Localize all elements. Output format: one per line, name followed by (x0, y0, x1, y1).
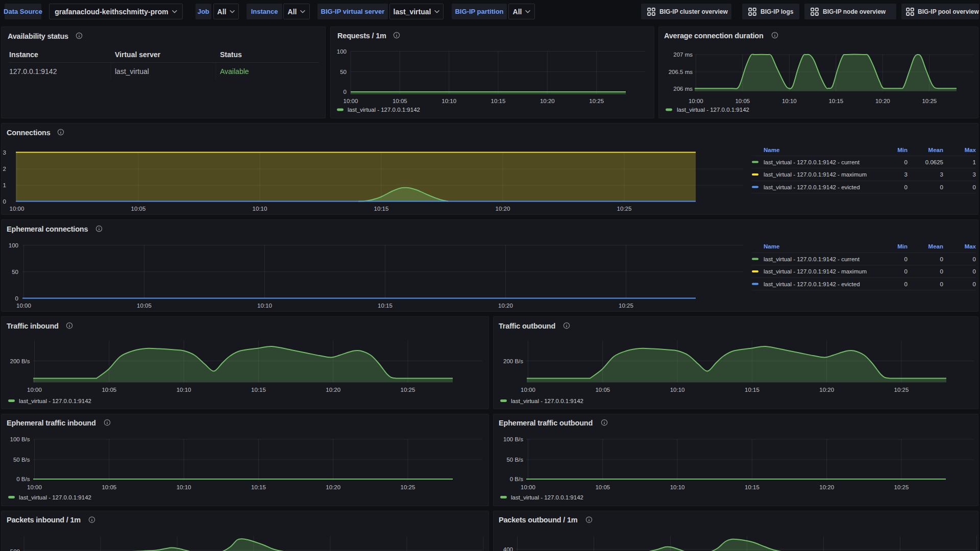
svg-text:10:10: 10:10 (177, 484, 191, 490)
svg-text:Name: Name (764, 147, 779, 153)
svg-text:50: 50 (340, 69, 347, 75)
svg-text:3: 3 (904, 171, 908, 178)
svg-text:last_virtual - 127.0.0.1:9142: last_virtual - 127.0.0.1:9142 - evicted (764, 184, 860, 190)
svg-text:10:25: 10:25 (401, 484, 415, 490)
svg-text:500: 500 (10, 548, 20, 551)
svg-text:0: 0 (904, 256, 908, 262)
svg-text:10:05: 10:05 (131, 206, 146, 212)
svg-text:0: 0 (973, 281, 976, 287)
svg-text:last_virtual - 127.0.0.1:9142: last_virtual - 127.0.0.1:9142 - current (764, 256, 860, 262)
svg-text:last_virtual - 127.0.0.1:9142: last_virtual - 127.0.0.1:9142 - maximum (764, 171, 867, 178)
svg-text:0: 0 (904, 268, 908, 274)
svg-text:Average connection duration: Average connection duration (664, 32, 764, 40)
svg-text:10:15: 10:15 (745, 484, 760, 490)
svg-text:127.0.0.1:9142: 127.0.0.1:9142 (9, 67, 57, 76)
svg-text:10:15: 10:15 (745, 387, 760, 393)
svg-text:10:00: 10:00 (27, 387, 42, 393)
svg-text:Traffic inbound: Traffic inbound (7, 322, 59, 330)
svg-text:10:15: 10:15 (251, 387, 266, 393)
svg-text:10:15: 10:15 (491, 98, 506, 104)
svg-text:10:20: 10:20 (498, 303, 513, 309)
svg-text:0: 0 (973, 256, 976, 262)
svg-text:0: 0 (940, 256, 943, 262)
svg-text:206 ms: 206 ms (673, 86, 693, 92)
svg-text:Status: Status (220, 51, 242, 59)
svg-text:Max: Max (965, 243, 976, 249)
svg-text:Ephemeral traffic outbound: Ephemeral traffic outbound (499, 419, 593, 427)
svg-text:0: 0 (973, 268, 976, 274)
svg-text:10:15: 10:15 (251, 484, 266, 490)
svg-text:10:00: 10:00 (344, 98, 358, 104)
svg-text:Connections: Connections (7, 129, 51, 137)
svg-text:10:10: 10:10 (442, 98, 456, 104)
svg-text:Availability status: Availability status (8, 32, 68, 40)
svg-text:400: 400 (503, 546, 513, 551)
svg-text:10:20: 10:20 (496, 206, 510, 212)
svg-text:last_virtual - 127.0.0.1:9142: last_virtual - 127.0.0.1:9142 - evicted (764, 281, 860, 287)
svg-text:0: 0 (940, 184, 943, 190)
svg-text:10:25: 10:25 (401, 387, 415, 393)
svg-text:3: 3 (973, 171, 976, 178)
svg-text:0: 0 (940, 281, 943, 287)
svg-text:0 B/s: 0 B/s (16, 476, 30, 482)
svg-text:Available: Available (220, 67, 249, 76)
svg-text:1: 1 (973, 159, 976, 165)
svg-text:10:10: 10:10 (253, 206, 267, 212)
svg-text:100: 100 (9, 242, 18, 248)
svg-text:last_virtual - 127.0.0.1:9142: last_virtual - 127.0.0.1:9142 - maximum (764, 268, 867, 274)
svg-text:10:25: 10:25 (617, 206, 632, 212)
svg-text:10:10: 10:10 (670, 387, 685, 393)
svg-text:0: 0 (940, 268, 943, 274)
svg-text:10:20: 10:20 (819, 484, 834, 490)
svg-text:Instance: Instance (9, 51, 38, 59)
svg-text:10:00: 10:00 (10, 206, 24, 212)
svg-text:last_virtual - 127.0.0.1:9142: last_virtual - 127.0.0.1:9142 (19, 494, 91, 500)
svg-text:10:25: 10:25 (619, 303, 633, 309)
svg-text:0: 0 (904, 184, 908, 190)
svg-text:0: 0 (904, 281, 908, 287)
svg-text:Packets inbound / 1m: Packets inbound / 1m (7, 516, 81, 524)
svg-text:10:00: 10:00 (521, 484, 535, 490)
svg-text:10:20: 10:20 (326, 484, 340, 490)
svg-text:10:00: 10:00 (16, 303, 31, 309)
svg-text:206.5 ms: 206.5 ms (669, 69, 693, 75)
svg-text:207 ms: 207 ms (673, 52, 693, 58)
svg-text:last_virtual - 127.0.0.1:9142: last_virtual - 127.0.0.1:9142 - current (764, 159, 860, 165)
svg-text:Mean: Mean (928, 243, 943, 249)
svg-text:0.0625: 0.0625 (925, 159, 943, 165)
svg-text:50 B/s: 50 B/s (13, 457, 30, 463)
svg-text:10:25: 10:25 (589, 98, 604, 104)
svg-text:2: 2 (3, 166, 6, 172)
svg-text:last_virtual - 127.0.0.1:9142: last_virtual - 127.0.0.1:9142 (511, 494, 583, 500)
svg-text:10:15: 10:15 (378, 303, 393, 309)
svg-text:0: 0 (15, 295, 18, 302)
svg-text:Max: Max (965, 147, 976, 153)
svg-text:100 B/s: 100 B/s (503, 436, 523, 442)
svg-text:10:25: 10:25 (894, 484, 909, 490)
svg-text:Mean: Mean (928, 147, 943, 153)
svg-text:Virtual server: Virtual server (115, 51, 161, 59)
svg-text:10:00: 10:00 (27, 484, 42, 490)
svg-text:last_virtual - 127.0.0.1:9142: last_virtual - 127.0.0.1:9142 (511, 398, 583, 404)
svg-text:Name: Name (764, 243, 779, 249)
svg-text:Traffic outbound: Traffic outbound (499, 322, 555, 330)
svg-text:10:10: 10:10 (257, 303, 272, 309)
svg-text:Requests / 1m: Requests / 1m (337, 32, 386, 40)
svg-text:50: 50 (12, 269, 18, 275)
svg-text:Min: Min (897, 243, 908, 249)
svg-text:Min: Min (897, 147, 908, 153)
svg-text:last_virtual: last_virtual (115, 67, 149, 76)
svg-text:10:05: 10:05 (735, 98, 750, 104)
svg-text:10:05: 10:05 (595, 484, 610, 490)
svg-text:50 B/s: 50 B/s (506, 457, 523, 463)
svg-text:Packets outbound / 1m: Packets outbound / 1m (499, 516, 578, 524)
svg-text:0: 0 (973, 184, 976, 190)
svg-text:Ephemeral connections: Ephemeral connections (7, 225, 88, 233)
svg-text:0: 0 (904, 159, 908, 165)
svg-text:10:05: 10:05 (102, 484, 116, 490)
svg-text:10:25: 10:25 (922, 98, 937, 104)
svg-text:200 B/s: 200 B/s (503, 358, 523, 364)
svg-text:10:00: 10:00 (521, 387, 535, 393)
svg-text:0: 0 (344, 89, 347, 95)
svg-text:3: 3 (3, 149, 6, 156)
